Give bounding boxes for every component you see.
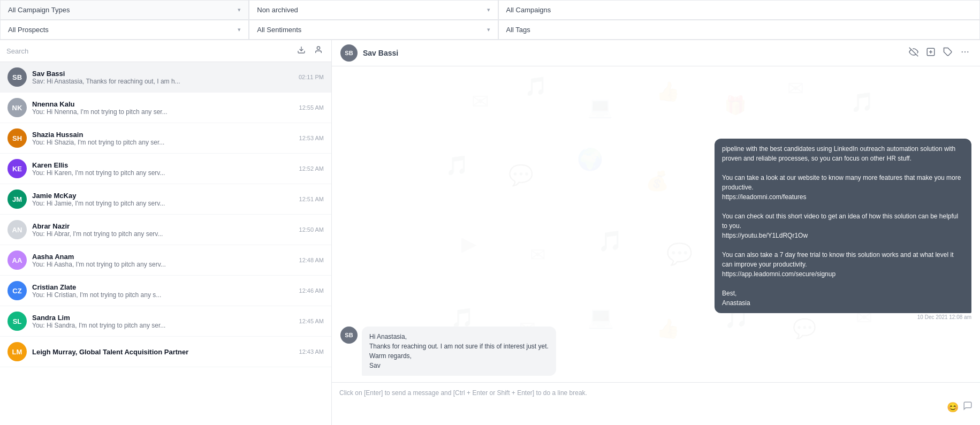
more-icon[interactable] [959, 45, 971, 60]
chat-body: ✉ 🎵 💻 👍 🎁 ✉ 🎵 🎵 💬 🌍 💰 ✉ 🎵 💻 ▶ ✉ [332, 66, 980, 382]
messages-container: pipeline with the best candidates using … [332, 132, 980, 382]
main-area: SB Sav Bassi Sav: Hi Anastasia, Thanks f… [0, 40, 980, 425]
campaigns-filter[interactable]: All Campaigns [498, 0, 981, 20]
outgoing-message: pipeline with the best candidates using … [715, 139, 971, 313]
avatar: SB [7, 67, 27, 87]
message-preview: You: Hi Sandra, I'm not trying to pitch … [32, 322, 294, 329]
svg-point-7 [962, 51, 963, 52]
list-item[interactable]: SB Sav Bassi Sav: Hi Anastasia, Thanks f… [0, 62, 331, 93]
compose-extra-button[interactable] [963, 401, 973, 413]
chat-header: SB Sav Bassi [332, 40, 980, 66]
search-input[interactable] [6, 47, 291, 55]
message-time: 12:50 AM [299, 226, 324, 233]
conversation-body: Sandra Lim You: Hi Sandra, I'm not tryin… [32, 314, 294, 329]
filter-row-2: All Prospects ▾ All Sentiments ▾ All Tag… [0, 20, 980, 40]
message-preview: You: Hi Aasha, I'm not trying to pitch a… [32, 261, 294, 268]
compose-toolbar: 😊 [339, 401, 973, 413]
message-time: 02:11 PM [299, 74, 324, 80]
message-time: 12:46 AM [299, 287, 324, 294]
compose-area: Click on [Enter] to send a message and [… [332, 382, 980, 425]
tag-icon[interactable] [941, 45, 954, 60]
contact-name: Shazia Hussain [32, 131, 294, 139]
contact-avatar: SB [340, 44, 358, 62]
campaign-types-filter[interactable]: All Campaign Types ▾ [0, 0, 249, 20]
svg-text:👍: 👍 [656, 80, 680, 103]
add-icon[interactable] [924, 45, 937, 60]
list-item[interactable]: SH Shazia Hussain You: Hi Shazia, I'm no… [0, 123, 331, 154]
contact-name: Jamie McKay [32, 192, 294, 200]
chat-panel: SB Sav Bassi [332, 40, 980, 425]
svg-point-1 [317, 47, 320, 49]
filters-panel: All Campaign Types ▾ Non archived ▾ All … [0, 0, 980, 40]
conversation-body: Jamie McKay You: Hi Jamie, I'm not tryin… [32, 192, 294, 207]
contact-name: Cristian Zlate [32, 283, 294, 291]
download-icon[interactable] [295, 44, 308, 57]
conversation-body: Cristian Zlate You: Hi Cristian, I'm not… [32, 283, 294, 299]
contact-name: Sandra Lim [32, 314, 294, 322]
prospects-label: All Prospects [8, 26, 49, 34]
conversation-panel: SB Sav Bassi Sav: Hi Anastasia, Thanks f… [0, 40, 332, 425]
svg-text:💻: 💻 [588, 95, 613, 119]
filter-row-1: All Campaign Types ▾ Non archived ▾ All … [0, 0, 980, 20]
search-bar [0, 40, 331, 62]
avatar: SH [7, 128, 27, 148]
message-time: 12:43 AM [299, 348, 324, 355]
message-preview: Sav: Hi Anastasia, Thanks for reaching o… [32, 78, 293, 85]
svg-text:🎵: 🎵 [525, 75, 548, 97]
campaigns-label: All Campaigns [506, 6, 551, 14]
person-icon[interactable] [312, 44, 325, 57]
contact-name: Leigh Murray, Global Talent Acquisition … [32, 348, 294, 356]
prospects-filter[interactable]: All Prospects ▾ [0, 20, 249, 40]
campaign-types-label: All Campaign Types [8, 6, 70, 14]
message-timestamp: 10 Dec 2021 12:08 am [917, 314, 971, 320]
list-item[interactable]: KE Karen Ellis You: Hi Karen, I'm not tr… [0, 154, 331, 184]
list-item[interactable]: SL Sandra Lim You: Hi Sandra, I'm not tr… [0, 306, 331, 337]
tags-label: All Tags [506, 26, 530, 34]
sentiments-label: All Sentiments [257, 26, 301, 34]
list-item[interactable]: AN Abrar Nazir You: Hi Abrar, I'm not tr… [0, 215, 331, 245]
contact-name: Abrar Nazir [32, 222, 294, 230]
contact-name: Karen Ellis [32, 161, 294, 169]
message-preview: You: Hi Karen, I'm not trying to pitch a… [32, 169, 294, 177]
message-preview: You: Hi Cristian, I'm not trying to pitc… [32, 291, 294, 299]
chevron-down-icon: ▾ [487, 6, 490, 13]
archive-status-filter[interactable]: Non archived ▾ [249, 0, 498, 20]
conversation-body: Aasha Anam You: Hi Aasha, I'm not trying… [32, 253, 294, 268]
contact-name: Nnenna Kalu [32, 100, 294, 108]
avatar: CZ [7, 281, 27, 300]
avatar: JM [7, 189, 27, 209]
chevron-down-icon: ▾ [238, 6, 241, 13]
svg-text:✉: ✉ [787, 77, 804, 100]
tags-filter[interactable]: All Tags [498, 20, 981, 40]
avatar: SL [7, 312, 27, 331]
list-item[interactable]: AA Aasha Anam You: Hi Aasha, I'm not try… [0, 245, 331, 276]
sender-avatar: SB [340, 327, 358, 344]
message-preview: You: Hi Abrar, I'm not trying to pitch a… [32, 230, 294, 238]
message-preview: You: Hi Jamie, I'm not trying to pitch a… [32, 200, 294, 207]
conversation-body: Leigh Murray, Global Talent Acquisition … [32, 348, 294, 356]
list-item[interactable]: NK Nnenna Kalu You: Hi Nnenna, I'm not t… [0, 93, 331, 123]
list-item[interactable]: LM Leigh Murray, Global Talent Acquisiti… [0, 337, 331, 367]
list-item[interactable]: CZ Cristian Zlate You: Hi Cristian, I'm … [0, 276, 331, 306]
svg-text:🎁: 🎁 [724, 95, 747, 116]
list-item[interactable]: JM Jamie McKay You: Hi Jamie, I'm not tr… [0, 184, 331, 215]
hide-icon[interactable] [907, 45, 920, 60]
chevron-down-icon: ▾ [487, 26, 490, 33]
avatar: AA [7, 251, 27, 270]
avatar: LM [7, 342, 27, 361]
sentiments-filter[interactable]: All Sentiments ▾ [249, 20, 498, 40]
compose-placeholder: Click on [Enter] to send a message and [… [339, 389, 973, 397]
avatar: AN [7, 220, 27, 239]
svg-text:✉: ✉ [472, 89, 489, 113]
header-actions [907, 45, 971, 60]
conversation-body: Karen Ellis You: Hi Karen, I'm not tryin… [32, 161, 294, 177]
svg-text:🎵: 🎵 [850, 91, 875, 113]
emoji-button[interactable]: 😊 [947, 401, 959, 413]
incoming-message-wrap: SB Hi Anastasia, Thanks for reaching out… [340, 327, 971, 376]
avatar: KE [7, 159, 27, 178]
message-time: 12:55 AM [299, 104, 324, 111]
message-preview: You: Hi Shazia, I'm not trying to pitch … [32, 139, 294, 146]
conversation-body: Abrar Nazir You: Hi Abrar, I'm not tryin… [32, 222, 294, 238]
message-preview: You: Hi Nnenna, I'm not trying to pitch … [32, 108, 294, 116]
conversation-body: Nnenna Kalu You: Hi Nnenna, I'm not tryi… [32, 100, 294, 116]
